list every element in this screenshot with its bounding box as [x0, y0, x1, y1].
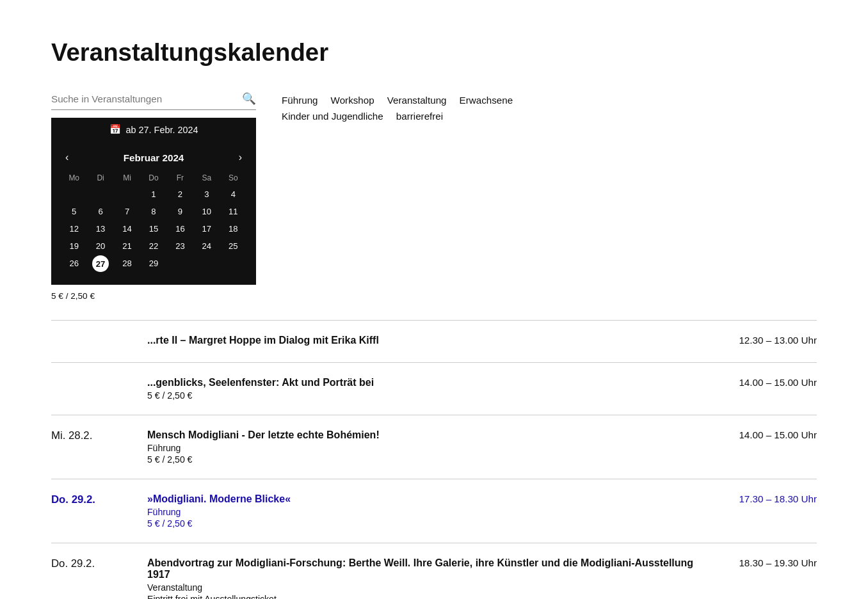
calendar-today[interactable]: 27 [92, 255, 109, 272]
event-price: 5 € / 2,50 € [147, 454, 695, 465]
filter-item-erwachsene[interactable]: Erwachsene [460, 95, 513, 106]
calendar-day[interactable]: 7 [115, 204, 140, 220]
calendar-day-name: Di [88, 171, 113, 185]
calendar-day[interactable]: 22 [141, 238, 166, 254]
calendar-day[interactable]: 3 [194, 186, 219, 202]
event-price: Eintritt frei mit Ausstellungsticket [147, 594, 695, 599]
filter-row-2: Kinder und Jugendlichebarrierefrei [282, 111, 817, 122]
event-row: ...rte II – Margret Hoppe im Dialog mit … [51, 320, 817, 362]
calendar-header: ‹ Februar 2024 › [61, 150, 246, 164]
search-button[interactable]: 🔍 [242, 92, 256, 106]
events-section: ...rte II – Margret Hoppe im Dialog mit … [51, 320, 817, 599]
filter-item-barrierefrei[interactable]: barrierefrei [396, 111, 443, 122]
event-price: 5 € / 2,50 € [147, 390, 695, 401]
calendar-day[interactable]: 23 [168, 238, 193, 254]
filter-row-1: FührungWorkshopVeranstaltungErwachsene [282, 95, 817, 106]
calendar-day[interactable]: 19 [61, 238, 86, 254]
calendar-day[interactable]: 2 [168, 186, 193, 202]
page-title: Veranstaltungskalender [51, 38, 817, 67]
calendar-day[interactable]: 28 [115, 255, 140, 272]
calendar-day[interactable]: 10 [194, 204, 219, 220]
event-time: 12.30 – 13.00 Uhr [714, 335, 817, 346]
calendar-day[interactable]: 6 [88, 204, 113, 220]
calendar-day[interactable]: 21 [115, 238, 140, 254]
calendar-day[interactable]: 18 [221, 221, 246, 237]
event-title: ...genblicks, Seelenfenster: Akt und Por… [147, 377, 695, 388]
calendar-day-name: Do [141, 171, 166, 185]
calendar-day[interactable]: 1 [141, 186, 166, 202]
calendar-day[interactable]: 25 [221, 238, 246, 254]
calendar-day[interactable]: 29 [141, 255, 166, 272]
event-title: ...rte II – Margret Hoppe im Dialog mit … [147, 335, 695, 346]
left-panel: 🔍 📅 ab 27. Febr. 2024 ‹ Februar 2024 › M… [51, 92, 256, 301]
calendar-day[interactable]: 4 [221, 186, 246, 202]
calendar: ‹ Februar 2024 › MoDiMiDoFrSaSo123456789… [51, 141, 256, 285]
event-title: Mensch Modigliani - Der letzte echte Boh… [147, 429, 695, 441]
top-area: 🔍 📅 ab 27. Febr. 2024 ‹ Februar 2024 › M… [51, 92, 817, 301]
calendar-day[interactable]: 9 [168, 204, 193, 220]
calendar-day[interactable]: 17 [194, 221, 219, 237]
search-row: 🔍 [51, 92, 256, 110]
event-time: 17.30 – 18.30 Uhr [714, 493, 817, 504]
calendar-grid: MoDiMiDoFrSaSo12345678910111213141516171… [61, 171, 246, 272]
event-type: Veranstaltung [147, 582, 695, 593]
price-hint: 5 € / 2,50 € [51, 291, 256, 301]
event-row: Do. 29.2.»Modigliani. Moderne Blicke«Füh… [51, 479, 817, 543]
calendar-day-name: Mi [115, 171, 140, 185]
calendar-day[interactable]: 8 [141, 204, 166, 220]
calendar-day[interactable]: 24 [194, 238, 219, 254]
filter-item-veranstaltung[interactable]: Veranstaltung [387, 95, 447, 106]
calendar-day-name: Sa [194, 171, 219, 185]
event-date: Do. 29.2. [51, 557, 128, 570]
calendar-day-name: Mo [61, 171, 86, 185]
event-time: 14.00 – 15.00 Uhr [714, 429, 817, 440]
calendar-day-name: Fr [168, 171, 193, 185]
calendar-day[interactable]: 26 [61, 255, 86, 272]
calendar-day[interactable]: 11 [221, 204, 246, 220]
event-row: ...genblicks, Seelenfenster: Akt und Por… [51, 362, 817, 415]
calendar-day-name: So [221, 171, 246, 185]
event-content: Abendvortrag zur Modigliani-Forschung: B… [147, 557, 695, 599]
date-picker-button[interactable]: 📅 ab 27. Febr. 2024 [51, 118, 256, 141]
event-time: 18.30 – 19.30 Uhr [714, 557, 817, 568]
event-content: ...rte II – Margret Hoppe im Dialog mit … [147, 335, 695, 348]
event-type: Führung [147, 443, 695, 453]
event-row: Do. 29.2.Abendvortrag zur Modigliani-For… [51, 543, 817, 599]
filter-item-fuehrung[interactable]: Führung [282, 95, 318, 106]
filter-item-workshop[interactable]: Workshop [331, 95, 374, 106]
calendar-next-button[interactable]: › [235, 150, 246, 164]
calendar-day[interactable]: 12 [61, 221, 86, 237]
date-button-label: ab 27. Febr. 2024 [126, 125, 198, 135]
calendar-day[interactable]: 13 [88, 221, 113, 237]
filters-area: FührungWorkshopVeranstaltungErwachseneKi… [282, 92, 817, 122]
event-content: Mensch Modigliani - Der letzte echte Boh… [147, 429, 695, 465]
event-time: 14.00 – 15.00 Uhr [714, 377, 817, 388]
calendar-day[interactable]: 20 [88, 238, 113, 254]
event-row: Mi. 28.2.Mensch Modigliani - Der letzte … [51, 415, 817, 479]
calendar-prev-button[interactable]: ‹ [61, 150, 72, 164]
calendar-day[interactable]: 16 [168, 221, 193, 237]
calendar-day[interactable]: 5 [61, 204, 86, 220]
event-date: Mi. 28.2. [51, 429, 128, 442]
event-content: ...genblicks, Seelenfenster: Akt und Por… [147, 377, 695, 401]
event-price: 5 € / 2,50 € [147, 518, 695, 529]
event-content: »Modigliani. Moderne Blicke«Führung5 € /… [147, 493, 695, 529]
calendar-day[interactable]: 15 [141, 221, 166, 237]
event-date: Do. 29.2. [51, 493, 128, 506]
calendar-icon: 📅 [109, 124, 121, 135]
filter-item-kinder[interactable]: Kinder und Jugendliche [282, 111, 383, 122]
event-title: Abendvortrag zur Modigliani-Forschung: B… [147, 557, 695, 580]
search-input[interactable] [51, 93, 242, 104]
calendar-month-label: Februar 2024 [124, 152, 184, 163]
event-title[interactable]: »Modigliani. Moderne Blicke« [147, 493, 695, 505]
calendar-day[interactable]: 14 [115, 221, 140, 237]
event-type: Führung [147, 507, 695, 517]
